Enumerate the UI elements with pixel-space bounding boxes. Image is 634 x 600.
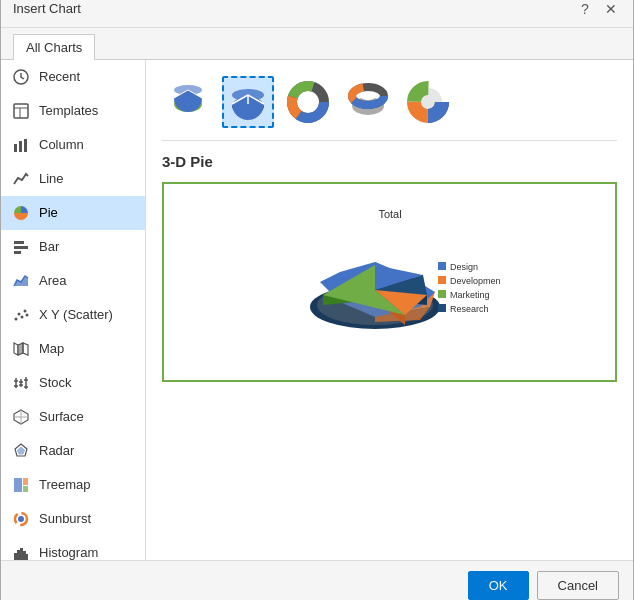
svg-rect-42	[26, 554, 28, 560]
svg-rect-1	[14, 104, 28, 118]
recent-icon	[11, 67, 31, 87]
sidebar-label-scatter: X Y (Scatter)	[39, 307, 113, 322]
sidebar-item-recent[interactable]: Recent	[1, 60, 145, 94]
sidebar-label-histogram: Histogram	[39, 545, 98, 560]
sidebar-label-line: Line	[39, 171, 64, 186]
chart-type-pie3d[interactable]	[222, 76, 274, 128]
svg-point-71	[300, 94, 316, 110]
svg-rect-5	[19, 141, 22, 152]
svg-point-76	[360, 92, 376, 100]
sidebar-label-bar: Bar	[39, 239, 59, 254]
column-icon	[11, 135, 31, 155]
scatter-icon	[11, 305, 31, 325]
svg-point-13	[21, 315, 24, 318]
sidebar-label-stock: Stock	[39, 375, 72, 390]
svg-text:Design: Design	[450, 262, 478, 272]
sidebar-item-map[interactable]: Map	[1, 332, 145, 366]
svg-marker-17	[18, 343, 23, 355]
sidebar: Recent Templates	[1, 60, 146, 560]
pie-icon	[11, 203, 31, 223]
sidebar-item-templates[interactable]: Templates	[1, 94, 145, 128]
ok-button[interactable]: OK	[468, 571, 529, 600]
help-button[interactable]: ?	[575, 0, 595, 19]
svg-rect-6	[24, 139, 27, 152]
svg-marker-16	[14, 343, 18, 355]
content-area: Recent Templates	[1, 60, 633, 560]
bar-icon	[11, 237, 31, 257]
svg-rect-4	[14, 144, 17, 152]
svg-rect-40	[20, 548, 23, 560]
area-icon	[11, 271, 31, 291]
sidebar-label-sunburst: Sunburst	[39, 511, 91, 526]
sidebar-label-treemap: Treemap	[39, 477, 91, 492]
main-area: 3-D Pie Total	[146, 60, 633, 560]
tab-all-charts[interactable]: All Charts	[13, 34, 95, 60]
footer: OK Cancel	[1, 560, 633, 601]
sidebar-label-surface: Surface	[39, 409, 84, 424]
sidebar-label-templates: Templates	[39, 103, 98, 118]
sidebar-item-line[interactable]: Line	[1, 162, 145, 196]
chart-type-exploded-pie[interactable]	[402, 76, 454, 128]
sidebar-label-radar: Radar	[39, 443, 74, 458]
title-bar: Insert Chart ? ✕	[1, 0, 633, 28]
chart-type-donut3d[interactable]	[342, 76, 394, 128]
sidebar-item-pie[interactable]: Pie	[1, 196, 145, 230]
svg-marker-18	[23, 343, 28, 355]
svg-rect-34	[23, 478, 28, 485]
sidebar-label-pie: Pie	[39, 205, 58, 220]
radar-icon	[11, 441, 31, 461]
chart-types-row	[162, 76, 617, 141]
sidebar-label-area: Area	[39, 273, 66, 288]
histogram-icon	[11, 543, 31, 560]
sidebar-item-histogram[interactable]: Histogram	[1, 536, 145, 560]
svg-rect-7	[14, 241, 24, 244]
svg-text:Development: Development	[450, 276, 500, 286]
svg-text:Marketing: Marketing	[450, 290, 490, 300]
svg-rect-33	[14, 478, 22, 492]
sunburst-icon	[11, 509, 31, 529]
svg-rect-89	[438, 290, 446, 298]
sidebar-item-scatter[interactable]: X Y (Scatter)	[1, 298, 145, 332]
surface-icon	[11, 407, 31, 427]
templates-icon	[11, 101, 31, 121]
sidebar-label-map: Map	[39, 341, 64, 356]
map-icon	[11, 339, 31, 359]
tabs-row: All Charts	[1, 28, 633, 60]
svg-rect-87	[438, 276, 446, 284]
svg-rect-85	[438, 262, 446, 270]
svg-rect-8	[14, 246, 28, 249]
svg-point-36	[18, 516, 24, 522]
sidebar-item-sunburst[interactable]: Sunburst	[1, 502, 145, 536]
insert-chart-dialog: Insert Chart ? ✕ All Charts Recent	[0, 0, 634, 600]
sidebar-item-treemap[interactable]: Treemap	[1, 468, 145, 502]
chart-type-donut[interactable]	[282, 76, 334, 128]
svg-text:Research: Research	[450, 304, 489, 314]
svg-marker-32	[18, 447, 25, 454]
chart-type-pie2d[interactable]	[162, 76, 214, 128]
sidebar-item-radar[interactable]: Radar	[1, 434, 145, 468]
treemap-icon	[11, 475, 31, 495]
line-icon	[11, 169, 31, 189]
svg-rect-39	[17, 550, 20, 560]
svg-text:Total: Total	[378, 208, 401, 220]
svg-point-14	[24, 309, 27, 312]
svg-rect-41	[23, 551, 26, 560]
sidebar-item-area[interactable]: Area	[1, 264, 145, 298]
title-bar-left: Insert Chart	[13, 1, 81, 16]
cancel-button[interactable]: Cancel	[537, 571, 619, 600]
sidebar-item-stock[interactable]: Stock	[1, 366, 145, 400]
close-button[interactable]: ✕	[601, 0, 621, 19]
title-bar-controls: ? ✕	[575, 0, 621, 19]
dialog-title: Insert Chart	[13, 1, 81, 16]
svg-point-11	[15, 317, 18, 320]
sidebar-item-surface[interactable]: Surface	[1, 400, 145, 434]
sidebar-label-recent: Recent	[39, 69, 80, 84]
svg-rect-91	[438, 304, 446, 312]
sidebar-label-column: Column	[39, 137, 84, 152]
svg-rect-35	[23, 486, 28, 492]
chart-preview: Total	[162, 182, 617, 382]
svg-point-12	[18, 312, 21, 315]
sidebar-item-column[interactable]: Column	[1, 128, 145, 162]
sidebar-item-bar[interactable]: Bar	[1, 230, 145, 264]
stock-icon	[11, 373, 31, 393]
